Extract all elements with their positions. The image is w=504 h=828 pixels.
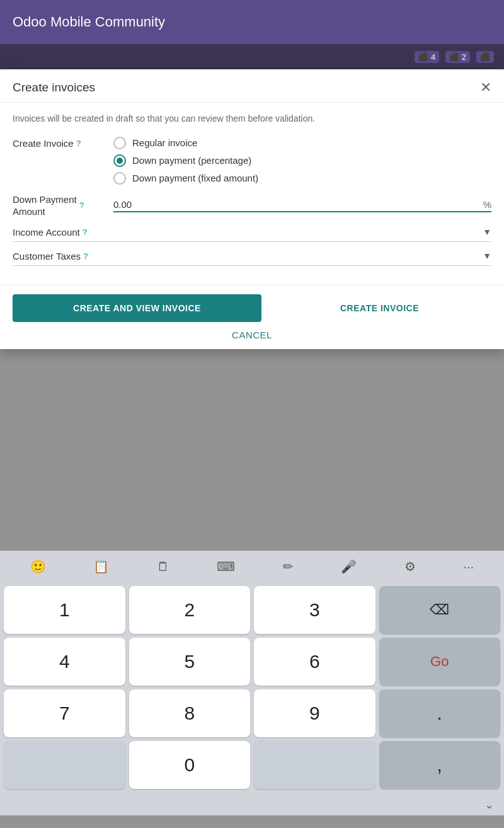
scroll-hint: ⌄: [484, 798, 494, 812]
kb-row-3: 7 8 9 .: [4, 689, 500, 737]
radio-down-payment-percent[interactable]: Down payment (percentage): [113, 154, 491, 167]
create-invoice-help-icon[interactable]: ?: [76, 139, 81, 148]
customer-taxes-label: Customer Taxes ?: [13, 251, 113, 262]
kb-row-1: 1 2 3 ⌫: [4, 586, 500, 634]
key-0[interactable]: 0: [129, 741, 251, 789]
app-bar-title: Odoo Mobile Community: [13, 14, 165, 30]
customer-taxes-dropdown-icon: ▼: [483, 251, 491, 261]
emoji-icon[interactable]: 🙂: [24, 555, 52, 578]
down-payment-help-icon[interactable]: ?: [79, 200, 84, 211]
income-account-label: Income Account ?: [13, 227, 113, 238]
key-2[interactable]: 2: [129, 586, 251, 634]
radio-regular-circle: [113, 137, 126, 149]
down-payment-input[interactable]: [113, 199, 481, 210]
key-go[interactable]: Go: [379, 638, 501, 686]
invoice-type-radio-group: Regular invoice Down payment (percentage…: [113, 137, 491, 185]
more-icon[interactable]: ···: [457, 556, 480, 578]
app-bar: Odoo Mobile Community: [0, 0, 504, 44]
edit-icon[interactable]: ✏: [277, 555, 300, 578]
close-button[interactable]: ✕: [480, 81, 491, 95]
status-icon-1: ⬛ 4: [415, 51, 439, 63]
radio-down-payment-fixed[interactable]: Down payment (fixed amount): [113, 172, 491, 185]
customer-taxes-row: Customer Taxes ? ▼: [13, 251, 491, 266]
key-delete[interactable]: ⌫: [379, 586, 501, 634]
create-and-view-invoice-button[interactable]: CREATE AND VIEW INVOICE: [13, 294, 261, 322]
key-3[interactable]: 3: [254, 586, 375, 634]
create-invoice-row: Create Invoice ? Regular invoice Down pa…: [13, 137, 491, 185]
keyboard-toolbar: 🙂 📋 🗒 ⌨ ✏ 🎤 ⚙ ···: [0, 551, 504, 582]
status-icon-2: ⬛ 2: [445, 51, 470, 63]
income-account-dropdown-icon: ▼: [483, 227, 491, 237]
amount-input-wrap: %: [113, 199, 491, 212]
dialog-footer: CREATE AND VIEW INVOICE CREATE INVOICE C…: [0, 285, 504, 349]
key-dot[interactable]: .: [379, 689, 501, 737]
status-icon-3: ⬛: [476, 51, 494, 63]
radio-regular-invoice[interactable]: Regular invoice: [113, 137, 491, 149]
microphone-icon[interactable]: 🎤: [335, 555, 363, 578]
income-account-select[interactable]: ▼: [113, 227, 491, 237]
key-8[interactable]: 8: [129, 689, 251, 737]
create-invoice-button[interactable]: CREATE INVOICE: [268, 303, 491, 313]
income-account-row: Income Account ? ▼: [13, 227, 491, 242]
kb-row-4: 0 ,: [4, 741, 500, 789]
radio-down-fixed-circle: [113, 172, 126, 185]
dialog-body: Invoices will be created in draft so tha…: [0, 103, 504, 285]
key-6[interactable]: 6: [254, 638, 375, 686]
numeric-keyboard: 1 2 3 ⌫ 4 5 6 Go 7 8 9 . 0 , ⌄: [0, 582, 504, 815]
key-7[interactable]: 7: [4, 689, 125, 737]
info-text: Invoices will be created in draft so tha…: [13, 113, 491, 125]
settings-icon[interactable]: ⚙: [398, 555, 422, 578]
create-invoices-dialog: Create invoices ✕ Invoices will be creat…: [0, 69, 504, 349]
clipboard-icon[interactable]: 📋: [87, 555, 115, 578]
customer-taxes-select[interactable]: ▼: [113, 251, 491, 261]
down-payment-amount-row: Down PaymentAmount ? %: [13, 193, 491, 218]
key-5[interactable]: 5: [129, 638, 251, 686]
down-payment-label: Down PaymentAmount ?: [13, 193, 113, 218]
keyboard-icon[interactable]: ⌨: [210, 555, 241, 578]
customer-taxes-help-icon[interactable]: ?: [83, 251, 88, 261]
create-invoice-label: Create Invoice ?: [13, 137, 113, 149]
key-1[interactable]: 1: [4, 586, 125, 634]
footer-buttons: CREATE AND VIEW INVOICE CREATE INVOICE: [13, 294, 491, 322]
kb-row-2: 4 5 6 Go: [4, 638, 500, 686]
dialog-title: Create invoices: [13, 81, 95, 95]
income-account-help-icon[interactable]: ?: [83, 227, 88, 237]
cancel-button[interactable]: CANCEL: [232, 330, 272, 340]
key-9[interactable]: 9: [254, 689, 375, 737]
status-bar: ⬛ 4 ⬛ 2 ⬛: [0, 44, 504, 69]
key-comma[interactable]: ,: [379, 741, 501, 789]
percent-symbol: %: [483, 199, 491, 210]
radio-down-percent-circle: [113, 154, 126, 167]
calculator-icon[interactable]: 🗒: [151, 556, 176, 578]
key-empty-left: [4, 741, 125, 789]
key-empty-right: [254, 741, 375, 789]
key-4[interactable]: 4: [4, 638, 125, 686]
dialog-header: Create invoices ✕: [0, 69, 504, 103]
